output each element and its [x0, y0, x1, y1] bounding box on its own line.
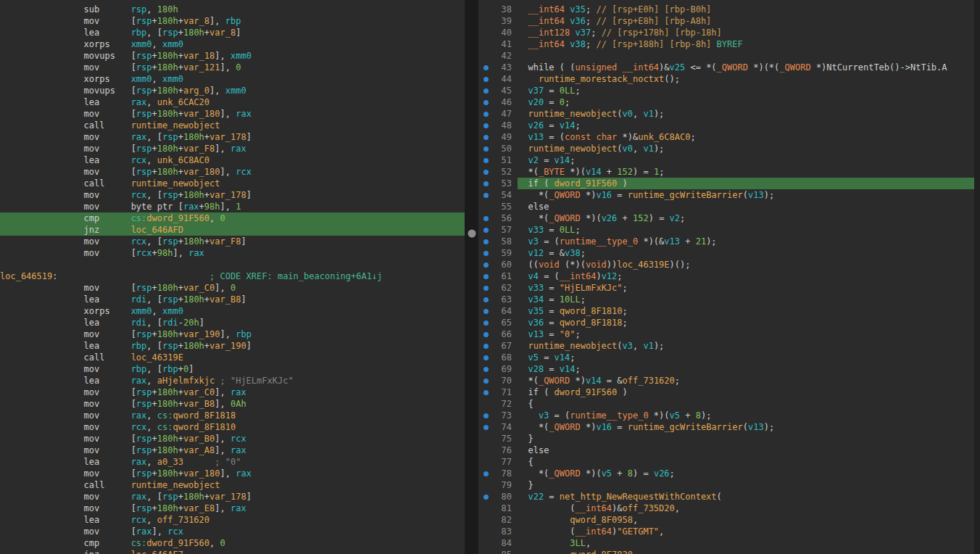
pane-splitter[interactable]	[465, 0, 478, 554]
pseudocode-line[interactable]: 74 *(_QWORD *)v16 = runtime_gcWriteBarri…	[478, 421, 974, 433]
pseudocode-line[interactable]: 64 v35 = qword_8F1810;	[478, 305, 974, 317]
pseudocode-line[interactable]: 48 v26 = v14;	[478, 120, 974, 131]
asm-line[interactable]: mov rax, [rsp+180h+var_178]	[0, 131, 465, 143]
asm-line[interactable]: mov [rsp+180h+var_121], 0	[0, 62, 465, 73]
asm-line[interactable]: mov [rsp+180h+var_180], rax	[0, 468, 465, 479]
asm-line[interactable]: mov [rsp+180h+var_C0], 0	[0, 282, 465, 294]
asm-line[interactable]	[0, 259, 465, 270]
asm-line[interactable]: call loc_46319E	[0, 352, 465, 363]
pseudocode-line[interactable]: 53 if ( dword_91F560 )	[478, 178, 974, 189]
pseudocode-line[interactable]: 59 v12 = &v38;	[478, 247, 974, 259]
pseudocode-line[interactable]: 73 v3 = (runtime__type_0 *)(v5 + 8);	[478, 410, 974, 421]
pseudocode-line[interactable]: 51 v2 = v14;	[478, 154, 974, 166]
pseudocode-line[interactable]: 57 v33 = 0LL;	[478, 224, 974, 236]
asm-line[interactable]: lea rdi, [rdi-20h]	[0, 317, 465, 328]
pseudocode-line[interactable]: 58 v3 = (runtime__type_0 *)(&v13 + 21);	[478, 236, 974, 247]
asm-line[interactable]: cmp cs:dword_91F560, 0	[0, 537, 465, 549]
pseudocode-line[interactable]: 46 v20 = 0;	[478, 96, 974, 108]
asm-line[interactable]: mov [rsp+180h+var_B8], 0Ah	[0, 398, 465, 410]
asm-line[interactable]: lea rax, a0_33 ; "0"	[0, 456, 465, 468]
pseudocode-line[interactable]: 47 runtime_newobject(v0, v1);	[478, 108, 974, 120]
asm-line[interactable]: movups [rsp+180h+var_18], xmm0	[0, 50, 465, 62]
asm-line[interactable]: movups [rsp+180h+arg_0], xmm0	[0, 85, 465, 96]
asm-line[interactable]: call runtime_newobject	[0, 178, 465, 189]
disassembly-pane[interactable]: sub rsp, 180h mov [rsp+180h+var_8], rbp …	[0, 0, 465, 554]
asm-line[interactable]: mov rcx, [rsp+180h+var_178]	[0, 189, 465, 201]
pseudocode-line[interactable]: 61 v4 = (__int64)v12;	[478, 270, 974, 282]
pseudocode-line[interactable]: 80 v22 = net_http_NewRequestWithContext(	[478, 491, 974, 503]
pseudocode-pane[interactable]: 38 __int64 v35; // [rsp+E0h] [rbp-B0h]39…	[478, 0, 974, 554]
asm-line[interactable]: mov rcx, cs:qword_8F1810	[0, 421, 465, 433]
asm-line[interactable]: lea rax, aHjelmfxkjc ; "HjELmFxKJc"	[0, 375, 465, 386]
asm-line[interactable]: mov [rsp+180h+var_180], rcx	[0, 166, 465, 178]
asm-line[interactable]: mov [rsp+180h+var_C0], rax	[0, 386, 465, 398]
asm-line[interactable]: xorps xmm0, xmm0	[0, 73, 465, 85]
pseudocode-line[interactable]: 65 v36 = qword_8F1818;	[478, 317, 974, 328]
asm-line[interactable]: call runtime_newobject	[0, 479, 465, 491]
pseudocode-line[interactable]: 81 (__int64)&off_735D20,	[478, 503, 974, 514]
asm-line[interactable]: mov rax, [rsp+180h+var_178]	[0, 491, 465, 503]
pseudocode-line[interactable]: 78 *(_QWORD *)(v5 + 8) = v26;	[478, 468, 974, 479]
asm-line[interactable]: loc_646519: ; CODE XREF: main_beaconing+…	[0, 270, 465, 282]
asm-line[interactable]: cmp cs:dword_91F560, 0	[0, 212, 465, 224]
pseudocode-line[interactable]: 66 v13 = "0";	[478, 328, 974, 340]
pseudocode-line[interactable]: 43 while ( (unsigned __int64)&v25 <= *(_…	[478, 62, 974, 73]
pseudocode-line[interactable]: 82 qword_8F0958,	[478, 514, 974, 526]
pseudocode-line[interactable]: 68 v5 = v14;	[478, 352, 974, 363]
pseudocode-line[interactable]: 70 *(_QWORD *)v14 = &off_731620;	[478, 375, 974, 386]
asm-line[interactable]: jnz loc_646AFD	[0, 224, 465, 236]
pseudocode-line[interactable]: 85 qword_8E7820,	[478, 549, 974, 554]
pseudocode-line[interactable]: 76 else	[478, 445, 974, 456]
pseudocode-line[interactable]: 71 if ( dword_91F560 )	[478, 386, 974, 398]
asm-line[interactable]: mov rcx, [rsp+180h+var_F8]	[0, 236, 465, 247]
asm-line[interactable]: lea rcx, unk_6C8AC0	[0, 154, 465, 166]
pseudocode-line[interactable]: 62 v33 = "HjELmFxKJc";	[478, 282, 974, 294]
pseudocode-line[interactable]: 45 v37 = 0LL;	[478, 85, 974, 96]
asm-line[interactable]: mov [rcx+98h], rax	[0, 247, 465, 259]
pseudocode-line[interactable]: 40 __int128 v37; // [rsp+178h] [rbp-18h]	[478, 27, 974, 38]
pseudocode-line[interactable]: 72 {	[478, 398, 974, 410]
asm-line[interactable]: mov rbp, [rbp+0]	[0, 363, 465, 375]
asm-line[interactable]: xorps xmm0, xmm0	[0, 305, 465, 317]
pseudocode-line[interactable]: 79 }	[478, 479, 974, 491]
asm-line[interactable]: mov [rax], rcx	[0, 526, 465, 537]
pseudocode-line[interactable]: 56 *(_QWORD *)(v26 + 152) = v2;	[478, 212, 974, 224]
pseudocode-line[interactable]: 52 *(_BYTE *)(v14 + 152) = 1;	[478, 166, 974, 178]
pseudocode-line[interactable]: 54 *(_QWORD *)v16 = runtime_gcWriteBarri…	[478, 189, 974, 201]
asm-line[interactable]: mov [rsp+180h+var_8], rbp	[0, 15, 465, 27]
asm-line[interactable]: mov byte ptr [rax+98h], 1	[0, 201, 465, 212]
pseudocode-line[interactable]: 49 v13 = (const char *)&unk_6C8AC0;	[478, 131, 974, 143]
splitter-grip-icon[interactable]	[468, 230, 476, 238]
asm-line[interactable]: mov [rsp+180h+var_180], rax	[0, 108, 465, 120]
asm-line[interactable]: call runtime_newobject	[0, 120, 465, 131]
pseudocode-line[interactable]: 77 {	[478, 456, 974, 468]
asm-line[interactable]: lea rax, unk_6CAC20	[0, 96, 465, 108]
pseudocode-line[interactable]: 55 else	[478, 201, 974, 212]
pseudocode-line[interactable]: 75 }	[478, 433, 974, 445]
pseudocode-line[interactable]: 60 ((void (*)(void))loc_46319E)();	[478, 259, 974, 270]
pseudocode-line[interactable]: 39 __int64 v36; // [rsp+E8h] [rbp-A8h]	[478, 15, 974, 27]
asm-line[interactable]: xorps xmm0, xmm0	[0, 38, 465, 50]
asm-line[interactable]: mov rax, cs:qword_8F1818	[0, 410, 465, 421]
asm-line[interactable]: mov [rsp+180h+var_190], rbp	[0, 328, 465, 340]
pseudocode-line[interactable]: 84 3LL,	[478, 537, 974, 549]
pseudocode-line[interactable]: 41 __int64 v38; // [rsp+188h] [rbp-8h] B…	[478, 38, 974, 50]
pseudocode-line[interactable]: 42	[478, 50, 974, 62]
asm-line[interactable]: mov [rsp+180h+var_E8], rax	[0, 503, 465, 514]
pseudocode-line[interactable]: 69 v28 = v14;	[478, 363, 974, 375]
asm-line[interactable]: mov [rsp+180h+var_B0], rcx	[0, 433, 465, 445]
pseudocode-line[interactable]: 50 runtime_newobject(v0, v1);	[478, 143, 974, 154]
pseudocode-line[interactable]: 44 runtime_morestack_noctxt();	[478, 73, 974, 85]
asm-line[interactable]: mov [rsp+180h+var_F8], rax	[0, 143, 465, 154]
asm-line[interactable]: jnz loc_646AE7	[0, 549, 465, 554]
pseudocode-line[interactable]: 38 __int64 v35; // [rsp+E0h] [rbp-B0h]	[478, 4, 974, 15]
pseudocode-line[interactable]: 83 (__int64)"GETGMT",	[478, 526, 974, 537]
pseudocode-line[interactable]: 67 runtime_newobject(v3, v1);	[478, 340, 974, 352]
vertical-scrollbar[interactable]	[974, 0, 980, 554]
asm-line[interactable]: mov [rsp+180h+var_A8], rax	[0, 445, 465, 456]
pseudocode-line[interactable]: 63 v34 = 10LL;	[478, 294, 974, 305]
asm-line[interactable]: lea rbp, [rsp+180h+var_8]	[0, 27, 465, 38]
asm-line[interactable]: lea rbp, [rsp+180h+var_190]	[0, 340, 465, 352]
asm-line[interactable]: lea rcx, off_731620	[0, 514, 465, 526]
asm-line[interactable]: sub rsp, 180h	[0, 4, 465, 15]
